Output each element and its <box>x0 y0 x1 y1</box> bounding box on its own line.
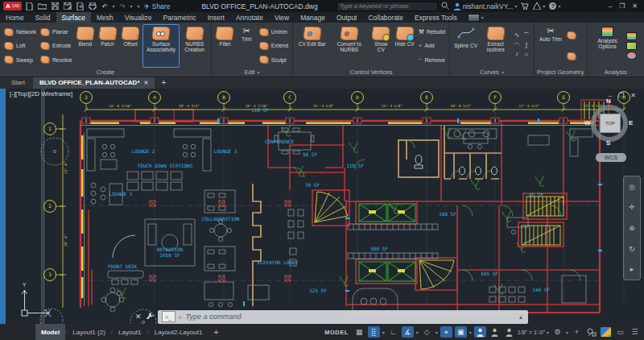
auto-scale-button[interactable] <box>489 326 501 338</box>
file-tab-document[interactable]: BLVD OFFICE_PLAN-AUTOCAD* ✕ <box>33 77 155 89</box>
create-panel-label[interactable]: Create <box>0 68 211 77</box>
command-recent-icon[interactable]: >_ <box>162 311 175 322</box>
graphics-performance-button[interactable]: ✓ <box>600 326 612 338</box>
object-snap-tracking-button[interactable]: ⌖ <box>440 326 452 338</box>
offset-button[interactable]: Offset <box>119 24 142 68</box>
command-close-icon[interactable]: ✕ <box>135 313 142 321</box>
polar-caret-icon[interactable]: ▾ <box>416 330 419 335</box>
fillet-button[interactable]: Fillet <box>214 24 236 68</box>
undo-icon[interactable]: ↶ <box>101 2 107 10</box>
view-cube-top-face[interactable]: TOP <box>600 114 621 133</box>
save-as-icon[interactable] <box>64 2 72 10</box>
file-tab-start[interactable]: Start <box>5 77 31 89</box>
ribbon-tab-surface[interactable]: Surface <box>56 12 91 23</box>
project-to-view-icon[interactable] <box>567 52 576 62</box>
layout-tab-layout1[interactable]: Layout1 <box>113 324 147 340</box>
annotation-scale-icon[interactable] <box>503 326 515 338</box>
ribbon-tab-insert[interactable]: Insert <box>202 12 230 23</box>
search-icon[interactable] <box>441 2 449 11</box>
floor-plan-drawing[interactable]: Y 214'-6 1/16"A18'-4 3/4"B19'-3 7/16"C15… <box>6 89 644 324</box>
clean-screen-button[interactable]: ▭ <box>614 326 626 338</box>
ribbon-tab-parametric[interactable]: Parametric <box>158 12 202 23</box>
viewport-controls-label[interactable]: [-][Top][2D Wireframe] <box>10 90 72 97</box>
sculpt-button[interactable]: Sculpt <box>259 55 288 65</box>
ribbon-tab-express-tools[interactable]: Express Tools <box>409 12 463 23</box>
search-input[interactable] <box>336 2 438 11</box>
pan-icon[interactable]: ✛ <box>629 203 635 211</box>
surface-associativity-button[interactable]: Surface Associativity <box>142 24 180 68</box>
workspace-caret-icon[interactable]: ▾ <box>566 330 568 335</box>
show-motion-icon[interactable]: ▸ <box>630 265 634 273</box>
help-button[interactable]: ?▾ <box>549 2 560 10</box>
spring-icon[interactable]: ʃ <box>522 41 531 51</box>
spline-freehand-icon[interactable]: ∿ <box>512 31 522 41</box>
extract-isolines-button[interactable]: Extract Isolines <box>480 24 511 68</box>
sweep-button[interactable]: Sweep <box>4 55 36 65</box>
command-customize-wrench-icon[interactable] <box>146 312 154 321</box>
new-file-icon[interactable] <box>26 2 33 10</box>
object-snap-button[interactable]: ▣ <box>455 326 467 338</box>
show-cv-button[interactable]: Show CV <box>369 24 392 68</box>
planar-button[interactable]: Planar <box>40 27 72 37</box>
zebra-analysis-icon[interactable] <box>626 32 637 40</box>
revolve-button[interactable]: Revolve <box>40 55 72 65</box>
loft-button[interactable]: Loft <box>4 40 36 51</box>
open-folder-icon[interactable] <box>38 2 47 10</box>
extrude-button[interactable]: Extrude <box>40 40 72 51</box>
layout-tab-model[interactable]: Model <box>35 324 65 340</box>
patch-button[interactable]: Patch <box>97 24 118 68</box>
grid-display-button[interactable]: ▦ <box>353 326 365 338</box>
edit-panel-label[interactable]: Edit▾ <box>212 68 292 77</box>
project-to-ucs-icon[interactable] <box>567 31 576 41</box>
isometric-drafting-button[interactable]: ◇ <box>421 326 433 338</box>
rebuild-button[interactable]: ⚒Rebuild <box>419 27 445 37</box>
spline-cv-button[interactable]: Spline CV <box>452 24 479 68</box>
plot-icon[interactable] <box>89 2 97 10</box>
drawing-restore-button[interactable]: ❐ <box>618 92 624 99</box>
navigation-bar[interactable]: ◎ ✛ ⊕ ↻ ▸ <box>623 176 641 280</box>
drawing-canvas[interactable]: [-][Top][2D Wireframe] <box>0 89 644 324</box>
customization-menu-button[interactable]: ☰ <box>629 326 641 338</box>
command-history-up-icon[interactable]: ▲ <box>518 314 524 320</box>
save-icon[interactable] <box>52 2 59 10</box>
add-button[interactable]: +Add <box>419 40 445 51</box>
ribbon-tab-home[interactable]: Home <box>0 12 30 23</box>
app-store-cart-button[interactable] <box>521 2 529 10</box>
redo-caret-icon[interactable]: ▾ <box>130 3 133 9</box>
drawing-close-button[interactable]: ✕ <box>630 92 636 99</box>
isolate-objects-button[interactable] <box>585 326 597 338</box>
remove-button[interactable]: −Remove <box>419 55 445 65</box>
new-layout-button[interactable]: + <box>208 324 224 340</box>
view-cube-south[interactable]: S <box>606 139 610 147</box>
ribbon-tab-view[interactable]: View <box>269 12 295 23</box>
blend-button[interactable]: Blend <box>75 24 97 68</box>
trim-button[interactable]: ✂Trim <box>237 24 257 68</box>
view-cube-west[interactable]: W <box>584 119 591 126</box>
annotation-visibility-button[interactable] <box>474 326 486 338</box>
tool-palette-edge[interactable] <box>0 89 6 324</box>
maximize-button[interactable]: ❐ <box>619 2 625 10</box>
ribbon-tab-annotate[interactable]: Annotate <box>230 12 269 23</box>
autodesk-apps-button[interactable]: ▾ <box>533 2 545 10</box>
orbit-icon[interactable]: ↻ <box>629 245 635 253</box>
zoom-icon[interactable]: ⊕ <box>629 224 635 232</box>
qat-customize-caret-icon[interactable]: ▾ <box>138 3 140 9</box>
layout-tab-layout2-layout1[interactable]: Layout2-Layout1 <box>149 324 208 340</box>
hide-cv-button[interactable]: Hide CV <box>393 24 415 68</box>
cv-edit-bar-button[interactable]: CV Edit Bar <box>295 24 328 68</box>
auto-trim-button[interactable]: ✂Auto Trim <box>537 24 564 68</box>
isodraft-caret-icon[interactable]: ▾ <box>436 330 438 335</box>
ribbon-tab-output[interactable]: Output <box>331 12 363 23</box>
command-recent-caret-icon[interactable]: ▾ <box>180 314 182 320</box>
view-cube-east[interactable]: E <box>629 119 633 126</box>
command-input[interactable]: Type a command <box>186 313 514 321</box>
convert-to-nurbs-button[interactable]: Convert to NURBS <box>329 24 369 68</box>
customization-plus-button[interactable]: + <box>571 326 583 338</box>
snap-mode-button[interactable]: ⣿ <box>368 326 380 338</box>
model-space-button[interactable]: MODEL <box>324 329 349 336</box>
new-drawing-tab-button[interactable]: + <box>156 78 171 87</box>
line-icon[interactable]: / <box>512 51 522 60</box>
nurbs-creation-button[interactable]: NURBS Creation <box>180 24 208 68</box>
untrim-button[interactable]: Untrim <box>259 27 288 37</box>
curvature-analysis-icon[interactable] <box>626 42 637 50</box>
